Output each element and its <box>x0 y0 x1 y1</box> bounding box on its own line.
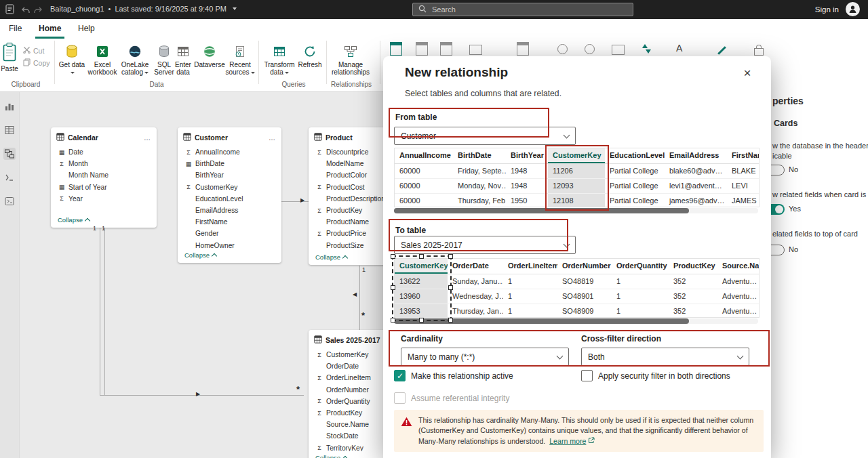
crossfilter-dropdown[interactable]: Both <box>581 348 749 366</box>
cardinality-dropdown[interactable]: Many to many (*:*) <box>401 348 569 366</box>
grid-column-header[interactable]: Source.Na… <box>717 259 760 274</box>
grid-column-header[interactable]: AnnualIncome <box>395 148 453 163</box>
copy-button[interactable]: Copy <box>23 58 50 68</box>
grid-cell[interactable]: 352 <box>669 304 717 318</box>
undo-icon[interactable] <box>20 5 30 18</box>
grid-cell[interactable]: 1 <box>503 274 557 289</box>
model-table-calendar[interactable]: Calendar … ▦DateΣMonthMonth Name▦Start o… <box>51 127 157 228</box>
checkbox-checked-icon[interactable] <box>394 370 406 381</box>
grid-cell[interactable]: 1 <box>503 289 557 304</box>
grid-column-header[interactable]: OrderLineItem <box>503 259 557 274</box>
table-field[interactable]: ▦BirthDate <box>178 158 281 169</box>
grid-cell[interactable]: JAMES <box>727 194 760 207</box>
relationship-line[interactable] <box>100 227 100 395</box>
table-card-header[interactable]: Calendar … <box>51 127 157 146</box>
grid-column-header[interactable]: BirthYear <box>506 148 548 163</box>
grid-column-header[interactable]: OrderNumber <box>557 259 612 274</box>
document-title[interactable]: Baitap_chuong1 • Last saved: 9/16/2025 a… <box>50 5 237 13</box>
relationship-line[interactable] <box>100 395 304 396</box>
table-field[interactable]: ΣYear <box>51 193 157 205</box>
onelake-catalog-button[interactable]: OneLake catalog <box>119 41 151 76</box>
grid-cell[interactable]: Adventu… <box>717 289 760 304</box>
model-table-customer[interactable]: Customer … ΣAnnualIncome▦BirthDateBirthY… <box>178 127 281 263</box>
grid-cell[interactable]: Partial College <box>605 164 665 178</box>
table-view-icon[interactable] <box>3 124 16 136</box>
grid-column-header[interactable]: EmailAddress <box>665 148 727 163</box>
enter-data-button[interactable]: Enter data <box>171 41 195 76</box>
table-field[interactable]: EmailAddress <box>178 205 281 216</box>
redo-icon[interactable] <box>34 5 43 18</box>
menu-file[interactable]: File <box>5 19 25 37</box>
table-field[interactable]: ▦Start of Year <box>51 182 157 193</box>
table-field[interactable]: ΣAnnualIncome <box>178 146 281 158</box>
horizontal-scrollbar[interactable] <box>394 208 758 213</box>
grid-cell[interactable]: 13953 <box>395 304 448 318</box>
table-field[interactable]: ▦Date <box>51 146 157 158</box>
transform-data-button[interactable]: Transform data <box>262 41 296 76</box>
grid-cell[interactable]: 13622 <box>395 274 448 289</box>
scrollbar-thumb[interactable] <box>394 318 689 324</box>
table-field[interactable]: Month Name <box>51 169 157 181</box>
excel-workbook-button[interactable]: Excel workbook <box>87 41 118 76</box>
grid-cell[interactable]: 60000 <box>395 194 453 207</box>
table-field[interactable]: FirstName <box>178 216 281 228</box>
grid-column-header[interactable]: OrderDate <box>448 259 503 274</box>
grid-cell[interactable]: 1 <box>612 289 669 304</box>
horizontal-scrollbar[interactable] <box>394 318 758 324</box>
report-view-icon[interactable] <box>3 100 16 112</box>
learn-more-link[interactable]: Learn more <box>549 437 586 445</box>
model-view-icon[interactable] <box>3 148 16 160</box>
dax-query-view-icon[interactable] <box>3 195 16 207</box>
table-field[interactable]: Gender <box>178 228 281 239</box>
active-relationship-checkbox-row[interactable]: Make this relationship active <box>394 370 513 381</box>
grid-cell[interactable]: blake60@adv… <box>665 164 727 178</box>
table-menu-button[interactable]: … <box>144 134 151 142</box>
table-field[interactable]: BirthYear <box>178 169 281 181</box>
relationship-line[interactable] <box>359 266 360 330</box>
grid-column-header[interactable]: BirthDate <box>453 148 506 163</box>
search-input[interactable] <box>431 5 627 14</box>
relationship-line[interactable] <box>104 227 105 395</box>
table-field[interactable]: HomeOwner <box>178 240 281 249</box>
refresh-button[interactable]: Refresh <box>296 41 323 68</box>
grid-cell[interactable]: Wednesday, J… <box>448 289 503 304</box>
dataverse-button[interactable]: Dataverse <box>194 41 225 68</box>
grid-cell[interactable]: Adventu… <box>717 274 760 289</box>
table-field[interactable]: EducationLevel <box>178 193 281 205</box>
grid-column-header[interactable]: ProductKey <box>669 259 717 274</box>
menu-help[interactable]: Help <box>75 19 98 37</box>
grid-column-header[interactable]: FirstName <box>727 148 760 163</box>
menu-home[interactable]: Home <box>35 19 64 39</box>
sign-in-link[interactable]: Sign in <box>815 5 839 14</box>
grid-cell[interactable]: Thursday, Jan… <box>448 304 503 318</box>
cut-button[interactable]: Cut <box>23 46 44 55</box>
grid-cell[interactable]: 12108 <box>548 194 605 207</box>
table-card-header[interactable]: Customer … <box>178 127 281 146</box>
grid-cell[interactable]: BLAKE <box>727 164 760 178</box>
grid-cell[interactable]: 13960 <box>395 289 448 304</box>
table-field[interactable]: ΣMonth <box>51 158 157 169</box>
account-avatar-icon[interactable] <box>846 2 860 16</box>
grid-cell[interactable]: 1 <box>612 274 669 289</box>
grid-cell[interactable]: 352 <box>669 274 717 289</box>
from-table-dropdown[interactable]: Customer <box>394 127 576 145</box>
grid-cell[interactable]: SO48909 <box>557 304 612 318</box>
grid-cell[interactable]: 12093 <box>548 179 605 193</box>
scrollbar-thumb[interactable] <box>394 208 689 213</box>
grid-column-header[interactable]: OrderQuantity <box>612 259 669 274</box>
global-search-box[interactable] <box>412 3 633 16</box>
paste-button[interactable]: Paste <box>0 42 22 72</box>
grid-cell[interactable]: 1948 <box>506 164 548 178</box>
grid-cell[interactable]: 1948 <box>506 179 548 193</box>
grid-cell[interactable]: Adventu… <box>717 304 760 318</box>
table-field[interactable]: ΣCustomerKey <box>178 182 281 193</box>
grid-cell[interactable]: Sunday, Janu… <box>448 274 503 289</box>
grid-cell[interactable]: 1 <box>612 304 669 318</box>
grid-cell[interactable]: 60000 <box>395 179 453 193</box>
grid-cell[interactable]: 11206 <box>548 164 605 178</box>
grid-column-header[interactable]: CustomerKey <box>548 148 605 163</box>
recent-sources-button[interactable]: Recent sources <box>225 41 255 76</box>
grid-column-header[interactable]: EducationLevel <box>605 148 665 163</box>
security-filter-checkbox-row[interactable]: Apply security filter in both directions <box>581 370 730 381</box>
grid-cell[interactable]: Partial College <box>605 179 665 193</box>
